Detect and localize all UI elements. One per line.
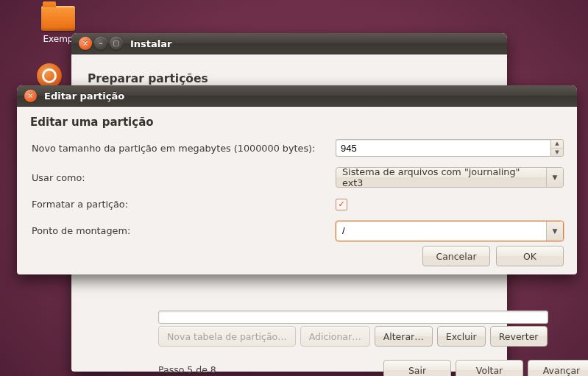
delete-partition-button[interactable]: Excluir — [437, 326, 486, 347]
minimize-button[interactable]: – — [94, 37, 107, 50]
add-partition-button: Adicionar… — [300, 326, 370, 347]
installer-title: Instalar — [130, 38, 171, 49]
new-partition-table-button: Nova tabela de partição… — [158, 326, 296, 347]
device-field[interactable] — [158, 311, 548, 324]
wizard-nav: Sair Voltar Avançar — [383, 360, 588, 376]
mount-point-combo[interactable]: ▼ — [336, 221, 564, 241]
use-as-label: Usar como: — [32, 172, 330, 183]
cancel-button[interactable]: Cancelar — [422, 246, 490, 266]
check-icon: ✓ — [338, 199, 344, 209]
quit-button[interactable]: Sair — [383, 360, 451, 376]
close-button[interactable]: × — [79, 37, 92, 50]
dialog-title: Editar partição — [44, 91, 124, 102]
use-as-value: Sistema de arquivos com "journaling" ext… — [336, 166, 546, 188]
ubuntu-cof-icon[interactable] — [37, 63, 62, 88]
forward-button[interactable]: Avançar — [528, 360, 588, 376]
format-label: Formatar a partição: — [32, 199, 330, 210]
chevron-down-icon[interactable]: ▼ — [546, 221, 563, 241]
partition-toolbar: Nova tabela de partição… Adicionar… Alte… — [158, 326, 548, 347]
use-as-combo[interactable]: Sistema de arquivos com "journaling" ext… — [336, 167, 564, 188]
chevron-down-icon[interactable]: ▼ — [546, 168, 563, 187]
folder-icon — [41, 6, 75, 31]
installer-titlebar[interactable]: × – ▢ Instalar — [71, 33, 507, 54]
dialog-titlebar[interactable]: × Editar partição — [17, 85, 577, 107]
spin-up-icon[interactable]: ▲ — [551, 140, 563, 149]
mount-point-input[interactable] — [336, 221, 546, 241]
format-checkbox[interactable]: ✓ — [336, 199, 347, 210]
installer-heading: Preparar partições — [88, 72, 491, 85]
back-button[interactable]: Voltar — [456, 360, 523, 376]
change-partition-button[interactable]: Alterar… — [375, 326, 433, 347]
dialog-heading: Editar uma partição — [30, 116, 564, 129]
revert-button[interactable]: Reverter — [490, 326, 548, 347]
dialog-close-button[interactable]: × — [24, 90, 37, 102]
maximize-button[interactable]: ▢ — [110, 37, 123, 50]
mount-label: Ponto de montagem: — [32, 225, 330, 236]
size-label: Novo tamanho da partição em megabytes (1… — [32, 143, 330, 154]
ok-button[interactable]: OK — [496, 246, 564, 266]
edit-partition-dialog: × Editar partição Editar uma partição No… — [17, 85, 577, 274]
spin-down-icon[interactable]: ▼ — [551, 149, 563, 157]
step-indicator: Passo 5 de 8 — [158, 364, 216, 375]
size-input[interactable] — [336, 139, 550, 157]
size-spinbox[interactable]: ▲ ▼ — [336, 139, 564, 157]
